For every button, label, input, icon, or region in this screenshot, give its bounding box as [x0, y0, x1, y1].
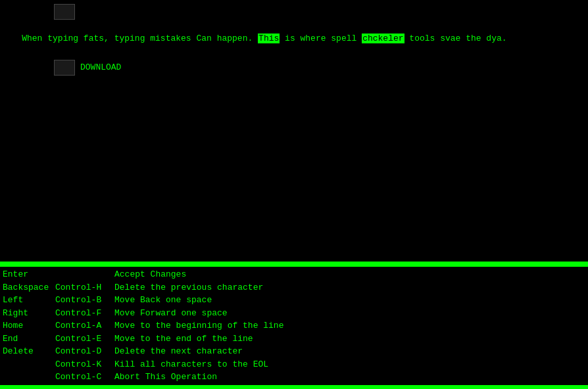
shortcut-desc: Abort This Operation [114, 371, 217, 384]
shortcut-ctrl: Control-F [55, 307, 114, 320]
shortcut-row: RightControl-FMove Forward one space [3, 307, 585, 320]
shortcut-key: Enter [3, 268, 55, 281]
shortcut-row: EnterAccept Changes [3, 268, 585, 281]
shortcut-desc: Move Forward one space [114, 307, 228, 320]
download-label: DOWNLOAD [80, 62, 121, 72]
top-image-thumbnail [54, 4, 75, 20]
download-thumbnail [54, 60, 75, 76]
shortcut-desc: Accept Changes [114, 268, 186, 281]
misspelled-word: chckeler [362, 34, 404, 43]
shortcut-row: Control-KKill all characters to the EOL [3, 358, 585, 371]
separator-bar-bottom [0, 385, 588, 390]
main-editor-area: When typing fats, typing mistakes Can ha… [0, 0, 588, 262]
shortcut-key [3, 358, 55, 371]
shortcut-key: Delete [3, 345, 55, 358]
shortcut-row: DeleteControl-DDelete the next character [3, 345, 585, 358]
shortcut-key: Backspace [3, 281, 55, 294]
shortcut-ctrl [55, 268, 114, 281]
separator-bar-top [0, 262, 588, 267]
shortcut-ctrl: Control-D [55, 345, 114, 358]
shortcut-row: EndControl-EMove to the end of the line [3, 332, 585, 346]
paragraph-after: tools svae the dya. [404, 34, 507, 43]
shortcut-desc: Kill all characters to the EOL [114, 358, 268, 371]
paragraph-highlight-this: This [258, 34, 280, 43]
shortcut-key: Home [3, 319, 55, 332]
shortcut-row: LeftControl-BMove Back one space [3, 294, 585, 307]
shortcut-ctrl: Control-E [55, 332, 114, 346]
shortcut-desc: Move Back one space [114, 294, 212, 307]
shortcut-ctrl: Control-B [55, 294, 114, 307]
shortcut-desc: Move to the end of the line [114, 332, 253, 346]
shortcut-ctrl: Control-C [55, 371, 114, 384]
shortcut-ctrl: Control-A [55, 319, 114, 332]
shortcut-desc: Delete the next character [114, 345, 243, 358]
shortcut-row: HomeControl-AMove to the beginning of th… [3, 319, 585, 332]
paragraph-line: When typing fats, typing mistakes Can ha… [1, 21, 587, 57]
shortcut-desc: Move to the beginning of the line [114, 319, 283, 332]
shortcut-key: End [3, 332, 55, 346]
shortcut-ctrl: Control-K [55, 358, 114, 371]
shortcut-row: BackspaceControl-HDelete the previous ch… [3, 281, 585, 294]
shortcut-ctrl: Control-H [55, 281, 114, 294]
paragraph-before: When typing fats, typing mistakes Can ha… [22, 34, 258, 43]
download-block: DOWNLOAD [54, 60, 587, 76]
shortcut-key [3, 371, 55, 384]
shortcut-row: Control-CAbort This Operation [3, 371, 585, 384]
shortcut-area: EnterAccept ChangesBackspaceControl-HDel… [0, 267, 588, 385]
shortcut-key: Right [3, 307, 55, 320]
shortcut-desc: Delete the previous character [114, 281, 263, 294]
top-image-row [54, 4, 587, 20]
paragraph-middle: is where spell [280, 34, 362, 43]
shortcut-key: Left [3, 294, 55, 307]
